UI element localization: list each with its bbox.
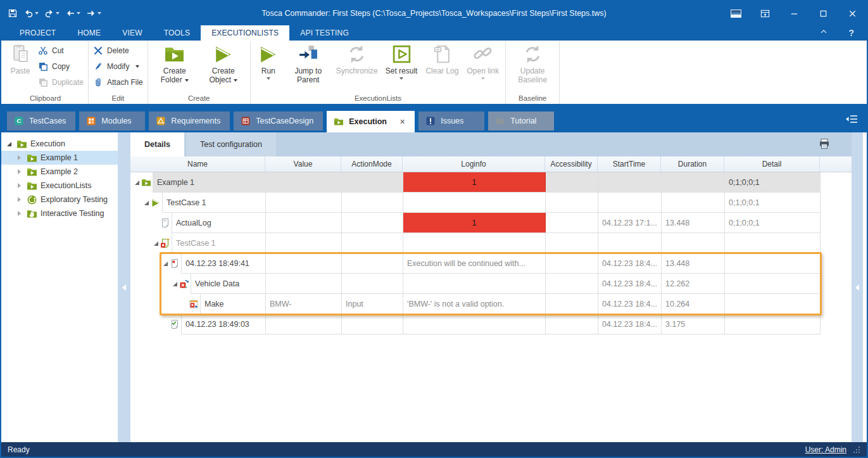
- modify-button[interactable]: Modify: [93, 61, 143, 72]
- tree-expander-closed-icon[interactable]: [15, 211, 23, 216]
- dropdown-caret-icon[interactable]: [135, 65, 139, 68]
- column-header-accessibility[interactable]: Accessibility: [545, 156, 598, 172]
- column-header-value[interactable]: Value: [265, 156, 341, 172]
- row-expander-open-icon[interactable]: [170, 282, 179, 286]
- back-button[interactable]: [65, 8, 80, 18]
- collapse-right-panel-icon[interactable]: [855, 284, 859, 291]
- tree-expander-closed-icon[interactable]: [15, 197, 23, 202]
- resize-grip[interactable]: [853, 446, 860, 454]
- ribbon-display-button[interactable]: [750, 1, 779, 25]
- back-dropdown-caret[interactable]: [77, 12, 80, 15]
- tree-item-interactive-testing[interactable]: Interactive Testing: [1, 207, 118, 220]
- minimize-button[interactable]: [779, 1, 808, 25]
- perspective-tab-tutorial[interactable]: Tutorial: [488, 111, 554, 130]
- details-tab-test-configuration[interactable]: Test configuration: [186, 132, 276, 156]
- menu-tab-project[interactable]: PROJECT: [9, 25, 66, 41]
- undo-dropdown-caret[interactable]: [35, 12, 39, 15]
- menu-tab-api-testing[interactable]: API TESTING: [289, 25, 360, 41]
- close-tab-icon[interactable]: ✕: [399, 118, 405, 126]
- forward-dropdown-caret[interactable]: [97, 12, 101, 15]
- left-splitter[interactable]: [118, 132, 130, 442]
- attach-file-button[interactable]: Attach File: [93, 77, 143, 87]
- ribbon-group-label: Create: [153, 94, 246, 104]
- print-button[interactable]: [819, 138, 830, 149]
- table-row-make[interactable]: MakeBMW-Input'BMW-' is not a valid optio…: [130, 294, 820, 314]
- menu-tab-home[interactable]: HOME: [66, 25, 111, 41]
- tree-item-example-2[interactable]: Example 2: [1, 165, 118, 179]
- dropdown-caret-icon[interactable]: [185, 79, 189, 82]
- column-header-duration[interactable]: Duration: [661, 156, 724, 172]
- create-folder-button[interactable]: Create Folder: [153, 41, 197, 84]
- dropdown-caret-icon[interactable]: [399, 77, 403, 80]
- forward-button[interactable]: [86, 8, 101, 18]
- table-row-actuallog[interactable]: ActualLog104.12.23 17:1...13.4480;1;0;0;…: [130, 213, 820, 233]
- table-row-example-1[interactable]: Example 110;1;0;0;1: [130, 172, 820, 193]
- tree-expander-closed-icon[interactable]: [15, 169, 23, 174]
- column-header-loginfo[interactable]: Loginfo: [403, 156, 545, 172]
- menu-tab-tools[interactable]: TOOLS: [153, 25, 201, 41]
- maximize-button[interactable]: [808, 1, 838, 25]
- perspective-tab-execution[interactable]: Execution✕: [327, 111, 415, 132]
- undo-button[interactable]: [23, 8, 39, 18]
- column-header-actionmode[interactable]: ActionMode: [341, 156, 403, 172]
- dropdown-caret-icon[interactable]: [481, 77, 485, 80]
- collapse-ribbon-button[interactable]: [819, 27, 828, 39]
- column-header-detail[interactable]: Detail: [724, 156, 820, 172]
- jump-to-parent-button[interactable]: Jump to Parent: [286, 41, 330, 84]
- tree-item-executionlists[interactable]: ExecutionLists: [1, 179, 118, 193]
- help-button[interactable]: ?: [848, 28, 854, 38]
- perspective-tab-testcases[interactable]: CTestCases: [7, 111, 75, 130]
- copy-button[interactable]: Copy: [38, 61, 84, 72]
- theme-button[interactable]: [721, 1, 750, 25]
- tree-item-label: Example 1: [41, 153, 78, 162]
- menu-tab-view[interactable]: VIEW: [111, 25, 153, 41]
- column-header-name[interactable]: Name: [130, 156, 265, 172]
- save-button[interactable]: [8, 8, 18, 18]
- dropdown-caret-icon[interactable]: [267, 77, 270, 80]
- collapse-left-panel-icon[interactable]: [122, 284, 126, 291]
- perspective-menu-button[interactable]: [836, 115, 867, 132]
- cut-button[interactable]: Cut: [38, 46, 84, 56]
- perspective-tab-requirements[interactable]: Requirements: [149, 111, 230, 130]
- close-button[interactable]: [838, 1, 867, 25]
- row-expander-open-icon[interactable]: [142, 201, 151, 205]
- synchronize-button[interactable]: Synchronize: [335, 41, 379, 75]
- tree-expander-closed-icon[interactable]: [15, 183, 23, 188]
- create-object-button[interactable]: Create Object: [201, 41, 246, 84]
- row-expander-open-icon[interactable]: [151, 241, 160, 246]
- create-object-icon: [151, 198, 161, 208]
- tree-item-execution[interactable]: Execution: [1, 137, 118, 151]
- row-expander-open-icon[interactable]: [161, 262, 170, 266]
- right-splitter[interactable]: [852, 132, 863, 442]
- details-tab-details[interactable]: Details: [130, 132, 184, 156]
- duplicate-button[interactable]: Duplicate: [38, 77, 84, 87]
- perspective-tab-modules[interactable]: Modules: [79, 111, 145, 130]
- menu-tab-executionlists[interactable]: EXECUTIONLISTS: [201, 25, 289, 41]
- close-icon: [848, 9, 857, 18]
- run-button[interactable]: Run: [255, 41, 282, 80]
- clear-log-button[interactable]: Clear Log: [424, 41, 460, 75]
- user-link[interactable]: User: Admin: [805, 445, 846, 454]
- perspective-tab-testcasedesign[interactable]: TestCaseDesign: [234, 111, 323, 130]
- tree-expander-open-icon[interactable]: [5, 142, 13, 146]
- tree-expander-closed-icon[interactable]: [15, 155, 23, 160]
- update-baseline-button[interactable]: Update Baseline: [510, 41, 555, 84]
- open-link-button[interactable]: Open link: [465, 41, 501, 80]
- table-row-vehicle-data[interactable]: Vehicle Data04.12.23 18:4...12.262: [130, 274, 820, 294]
- delete-button[interactable]: Delete: [93, 46, 143, 56]
- tree-item-exploratory-testing[interactable]: Exploratory Testing: [1, 193, 118, 207]
- row-expander-open-icon[interactable]: [132, 181, 141, 185]
- dropdown-caret-icon[interactable]: [234, 79, 237, 82]
- redo-dropdown-caret[interactable]: [56, 12, 60, 15]
- paste-button[interactable]: Paste: [7, 41, 34, 75]
- perspective-tab-issues[interactable]: Issues: [418, 111, 484, 130]
- redo-button[interactable]: [44, 8, 60, 18]
- table-row-testcase-1[interactable]: TestCase 10;1;0;0;1: [130, 193, 820, 213]
- table-row-testcase-1[interactable]: TestCase 1: [130, 233, 820, 253]
- tree-item-label: Interactive Testing: [41, 209, 104, 218]
- tree-item-example-1[interactable]: Example 1: [1, 151, 118, 165]
- column-header-starttime[interactable]: StartTime: [598, 156, 661, 172]
- set-result-button[interactable]: Set result: [384, 41, 420, 80]
- table-row-04-12-23-18-49-03[interactable]: 04.12.23 18:49:0304.12.23 18:4...3.175: [130, 314, 820, 334]
- table-row-04-12-23-18-49-41[interactable]: 04.12.23 18:49:41Execution will be conti…: [130, 253, 820, 274]
